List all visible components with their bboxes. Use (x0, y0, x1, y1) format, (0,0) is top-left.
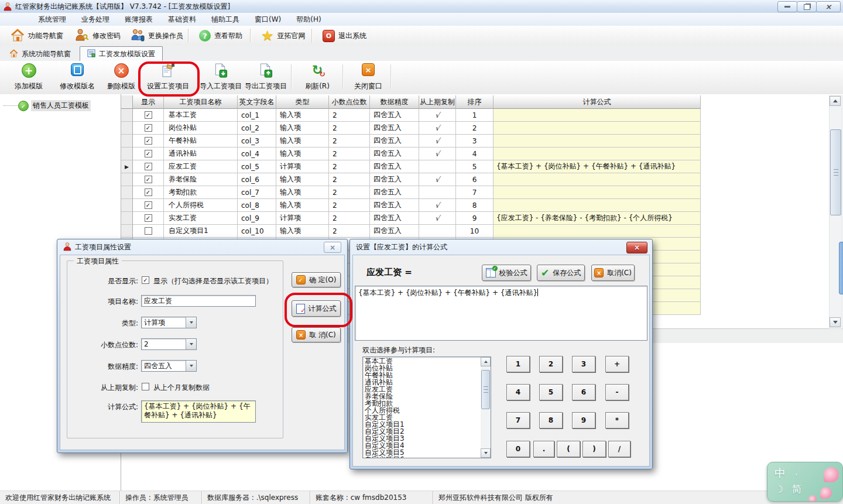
menu-tools[interactable]: 辅助工具 (204, 13, 247, 26)
view-help-button[interactable]: 查看帮助 (194, 28, 247, 44)
table-row[interactable]: ✓ 考勤扣款 col_7 输入项 2 四舍五入 7 (121, 186, 701, 199)
refresh-button[interactable]: 刷新(R) (297, 63, 337, 92)
chevron-down-icon[interactable] (186, 339, 196, 349)
show-checkbox-cell[interactable]: ✓ (133, 160, 164, 173)
menu-window[interactable]: 窗口(W) (247, 13, 289, 26)
copy-cell[interactable]: √ (419, 135, 456, 148)
show-checkbox-cell[interactable]: ✓ (133, 122, 164, 135)
ime-statusbar[interactable]: 中 ， 简 (767, 462, 843, 502)
key-close-paren[interactable]: ) (582, 441, 606, 457)
type-cell[interactable]: 输入项 (276, 225, 329, 238)
dialog1-close-button[interactable]: × (324, 242, 341, 253)
header-decimals[interactable]: 小数点位数 (329, 95, 370, 109)
menu-business[interactable]: 业务处理 (74, 13, 117, 26)
field-cell[interactable]: col_1 (238, 109, 276, 122)
header-show[interactable]: 显示 (133, 95, 164, 109)
precision-cell[interactable]: 四舍五入 (370, 199, 419, 212)
formula-cell[interactable] (494, 225, 701, 238)
list-item[interactable]: 午餐补贴 (363, 372, 481, 379)
menu-system[interactable]: 系统管理 (30, 13, 74, 26)
type-cell[interactable]: 输入项 (276, 186, 329, 199)
calc-items-listbox[interactable]: 基本工资 岗位补贴 午餐补贴 通讯补贴 应发工资 养老保险 考勤扣款 个人所得税… (362, 356, 491, 458)
show-checkbox-cell[interactable]: ✓ (133, 186, 164, 199)
header-order[interactable]: 排序 (456, 95, 494, 109)
save-formula-button[interactable]: 保存公式 (537, 265, 585, 281)
list-item[interactable]: 基本工资 (363, 358, 481, 365)
order-cell[interactable]: 5 (456, 160, 494, 173)
type-cell[interactable]: 输入项 (276, 148, 329, 160)
dialog1-title-bar[interactable]: 工资项目属性设置 × (57, 239, 347, 255)
field-cell[interactable]: col_6 (238, 173, 276, 186)
item-name-cell[interactable]: 个人所得税 (164, 199, 238, 212)
tab-salary-template-settings[interactable]: 工资发放模版设置 (80, 46, 163, 61)
list-item[interactable]: 岗位补贴 (363, 365, 481, 372)
precision-cell[interactable]: 四舍五入 (370, 148, 419, 160)
order-cell[interactable]: 9 (456, 212, 494, 225)
copy-cell[interactable]: √ (419, 199, 456, 212)
verify-formula-button[interactable]: 校验公式 (482, 265, 531, 281)
show-checkbox-cell[interactable]: ✓ (133, 148, 164, 160)
menu-reports[interactable]: 账簿报表 (117, 13, 160, 26)
formula-cell[interactable] (494, 186, 701, 199)
copy-cell[interactable]: √ (419, 109, 456, 122)
header-item-name[interactable]: 工资项目名称 (164, 95, 238, 109)
key-8[interactable]: 8 (539, 412, 563, 428)
decimals-cell[interactable]: 2 (329, 122, 370, 135)
list-item[interactable]: 自定义项目3 (363, 435, 481, 442)
close-window-button[interactable]: 关闭窗口 (347, 63, 389, 92)
order-cell[interactable]: 2 (456, 122, 494, 135)
moon-icon[interactable] (775, 484, 783, 495)
show-checkbox-cell[interactable] (133, 225, 164, 238)
type-cell[interactable]: 计算项 (276, 160, 329, 173)
key-5[interactable]: 5 (539, 384, 563, 400)
item-name-cell[interactable]: 岗位补贴 (164, 122, 238, 135)
export-salary-items-button[interactable]: 导出工资项目 (239, 63, 293, 92)
decimals-cell[interactable]: 2 (329, 225, 370, 238)
formula-cell[interactable] (494, 122, 701, 135)
key-1[interactable]: 1 (506, 356, 530, 372)
key-0[interactable]: 0 (506, 441, 530, 457)
key-multiply[interactable]: * (605, 412, 629, 428)
type-cell[interactable]: 输入项 (276, 122, 329, 135)
precision-cell[interactable]: 四舍五入 (370, 160, 419, 173)
table-row[interactable]: ✓ 养老保险 col_6 输入项 2 四舍五入 √ 6 (121, 173, 701, 186)
copy-cell[interactable]: √ (419, 212, 456, 225)
list-item[interactable]: 自定义项目1 (363, 421, 481, 428)
item-name-cell[interactable]: 考勤扣款 (164, 186, 238, 199)
copy-previous-checkbox[interactable] (142, 383, 149, 390)
table-row[interactable]: ✓ 个人所得税 col_8 输入项 2 四舍五入 √ 8 (121, 199, 701, 212)
ok-button[interactable]: 确 定(O) (292, 272, 341, 287)
field-cell[interactable]: col_3 (238, 135, 276, 148)
decimals-cell[interactable]: 2 (329, 160, 370, 173)
order-cell[interactable]: 4 (456, 148, 494, 160)
order-cell[interactable]: 7 (456, 186, 494, 199)
type-cell[interactable]: 输入项 (276, 135, 329, 148)
table-row[interactable]: ✓ 通讯补贴 col_4 输入项 2 四舍五入 √ 4 (121, 148, 701, 160)
type-cell[interactable]: 输入项 (276, 109, 329, 122)
field-cell[interactable]: col_9 (238, 212, 276, 225)
precision-select[interactable]: 四舍五入 (141, 360, 197, 372)
key-2[interactable]: 2 (539, 356, 563, 372)
close-button[interactable]: × (816, 1, 841, 12)
switch-operator-button[interactable]: 更换操作员 (126, 28, 188, 44)
formula-cell[interactable]: {应发工资} - {养老保险} - {考勤扣款} - {个人所得税} (494, 212, 701, 225)
add-template-button[interactable]: 添加模版 (6, 63, 51, 92)
header-field-name[interactable]: 英文字段名 (238, 95, 276, 109)
item-name-cell[interactable]: 基本工资 (164, 109, 238, 122)
nav-window-button[interactable]: 功能导航窗 (6, 28, 68, 44)
order-cell[interactable]: 6 (456, 173, 494, 186)
key-9[interactable]: 9 (572, 412, 595, 428)
show-checkbox-cell[interactable]: ✓ (133, 212, 164, 225)
item-name-cell[interactable]: 午餐补贴 (164, 135, 238, 148)
listbox-scrollbar[interactable] (481, 357, 491, 458)
item-name-cell[interactable]: 应发工资 (164, 160, 238, 173)
copy-cell[interactable]: √ (419, 122, 456, 135)
formula-cell[interactable] (494, 109, 701, 122)
decimals-cell[interactable]: 2 (329, 199, 370, 212)
precision-cell[interactable]: 四舍五入 (370, 186, 419, 199)
field-cell[interactable]: col_2 (238, 122, 276, 135)
delete-template-button[interactable]: 删除模版 (99, 63, 143, 92)
dialog2-title-bar[interactable]: 设置【应发工资】的计算公式 × (350, 239, 652, 255)
formula-cell[interactable] (494, 173, 701, 186)
precision-cell[interactable]: 四舍五入 (370, 109, 419, 122)
